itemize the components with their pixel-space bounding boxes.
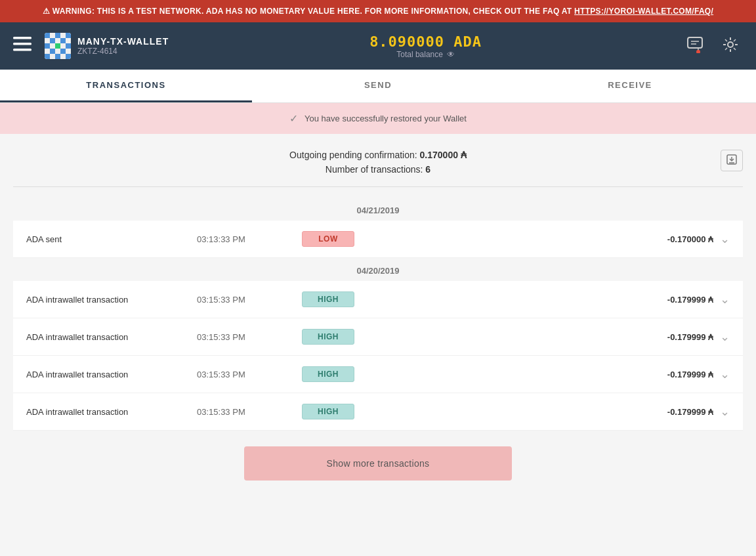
wallet-avatar xyxy=(45,33,71,59)
settings-icon[interactable] xyxy=(718,32,743,60)
svg-rect-22 xyxy=(60,49,66,54)
fee-badge: HIGH xyxy=(302,366,354,382)
date-separator-2: 04/20/2019 xyxy=(13,258,743,281)
pending-info: Outgoing pending confirmation: 0.170000 … xyxy=(13,134,743,181)
divider xyxy=(13,186,743,187)
fee-badge: HIGH xyxy=(302,291,354,307)
svg-rect-17 xyxy=(60,43,66,49)
tx-count: Number of transactions: 6 xyxy=(26,164,730,175)
svg-rect-21 xyxy=(55,49,60,54)
balance-amount: 8.090000 ADA xyxy=(169,33,682,50)
svg-rect-28 xyxy=(66,54,71,59)
svg-point-34 xyxy=(728,42,733,47)
tx-time: 03:15:33 PM xyxy=(197,295,302,305)
wallet-id: ZKTZ-4614 xyxy=(77,47,169,56)
warning-text: ⚠ WARNING: THIS IS A TEST NETWORK. ADA H… xyxy=(43,7,574,16)
table-row[interactable]: ADA intrawallet transaction 03:15:33 PM … xyxy=(13,356,743,393)
svg-line-42 xyxy=(725,48,727,50)
expand-icon[interactable]: ⌄ xyxy=(720,292,730,307)
menu-icon[interactable] xyxy=(13,37,32,55)
date-separator-1: 04/21/2019 xyxy=(13,198,743,221)
tx-badge: HIGH xyxy=(302,329,394,345)
svg-rect-9 xyxy=(45,38,50,43)
svg-rect-12 xyxy=(60,38,66,43)
export-button[interactable] xyxy=(721,150,743,171)
expand-icon[interactable]: ⌄ xyxy=(720,367,730,381)
header-center: 8.090000 ADA Total balance 👁 xyxy=(169,33,682,59)
table-row[interactable]: ADA intrawallet transaction 03:15:33 PM … xyxy=(13,393,743,431)
tx-amount: -0.179999 ₳ xyxy=(394,370,720,379)
tx-type: ADA intrawallet transaction xyxy=(26,295,197,305)
tx-time: 03:15:33 PM xyxy=(197,332,302,342)
svg-rect-25 xyxy=(50,54,55,59)
svg-rect-11 xyxy=(55,38,60,43)
svg-rect-10 xyxy=(50,38,55,43)
svg-rect-1 xyxy=(13,43,32,45)
svg-rect-8 xyxy=(66,33,71,38)
fee-badge: HIGH xyxy=(302,329,354,345)
show-more-button[interactable]: Show more transactions xyxy=(244,446,512,481)
svg-rect-27 xyxy=(60,54,66,59)
warning-link[interactable]: HTTPS://YOROI-WALLET.COM/FAQ/ xyxy=(574,7,713,16)
svg-rect-15 xyxy=(50,43,55,49)
header-left: MANY-TX-WALLET ZKTZ-4614 xyxy=(13,33,169,59)
svg-point-33 xyxy=(696,50,700,53)
tx-amount: -0.179999 ₳ xyxy=(394,332,720,342)
notifications-area xyxy=(682,32,707,60)
svg-rect-7 xyxy=(60,33,66,38)
svg-rect-20 xyxy=(50,49,55,54)
tx-time: 03:15:33 PM xyxy=(197,370,302,379)
expand-icon[interactable]: ⌄ xyxy=(720,232,730,246)
pending-text: Outgoing pending confirmation: 0.170000 … xyxy=(26,150,730,160)
wallet-name: MANY-TX-WALLET xyxy=(77,36,169,47)
table-row[interactable]: ADA intrawallet transaction 03:15:33 PM … xyxy=(13,318,743,356)
balance-label: Total balance 👁 xyxy=(169,50,682,59)
success-banner: ✓ You have successfully restored your Wa… xyxy=(0,103,756,134)
tx-time: 03:15:33 PM xyxy=(197,407,302,417)
svg-rect-4 xyxy=(45,33,50,38)
svg-line-39 xyxy=(725,39,727,41)
svg-rect-26 xyxy=(55,54,60,59)
tx-badge: HIGH xyxy=(302,291,394,307)
pending-amount: 0.170000 ₳ xyxy=(420,150,467,160)
tx-type: ADA intrawallet transaction xyxy=(26,370,197,379)
tx-type: ADA sent xyxy=(26,234,197,244)
tabs: TRANSACTIONS SEND RECEIVE xyxy=(0,70,756,103)
main-content: Outgoing pending confirmation: 0.170000 … xyxy=(0,134,756,500)
svg-rect-29 xyxy=(688,37,702,48)
notifications-icon[interactable] xyxy=(682,32,707,60)
svg-rect-18 xyxy=(66,43,71,49)
toggle-balance-icon[interactable]: 👁 xyxy=(447,50,455,59)
tab-send[interactable]: SEND xyxy=(252,70,504,102)
tab-receive[interactable]: RECEIVE xyxy=(504,70,756,102)
wallet-info: MANY-TX-WALLET ZKTZ-4614 xyxy=(77,36,169,56)
expand-icon[interactable]: ⌄ xyxy=(720,330,730,344)
svg-line-41 xyxy=(734,39,736,41)
tx-type: ADA intrawallet transaction xyxy=(26,407,197,417)
svg-rect-6 xyxy=(55,33,60,38)
checkmark-icon: ✓ xyxy=(289,112,298,125)
tx-badge: HIGH xyxy=(302,404,394,419)
svg-rect-19 xyxy=(45,49,50,54)
svg-line-40 xyxy=(734,48,736,50)
svg-rect-23 xyxy=(66,49,71,54)
tx-amount: -0.179999 ₳ xyxy=(394,407,720,417)
success-message: You have successfully restored your Wall… xyxy=(304,114,467,123)
svg-rect-16 xyxy=(55,43,60,49)
svg-rect-14 xyxy=(45,43,50,49)
fee-badge: LOW xyxy=(302,231,354,247)
tx-amount: -0.170000 ₳ xyxy=(394,234,720,244)
table-row[interactable]: ADA intrawallet transaction 03:15:33 PM … xyxy=(13,281,743,318)
expand-icon[interactable]: ⌄ xyxy=(720,404,730,419)
svg-rect-13 xyxy=(66,38,71,43)
tx-badge: LOW xyxy=(302,231,394,247)
tx-time: 03:13:33 PM xyxy=(197,234,302,244)
svg-rect-5 xyxy=(50,33,55,38)
header: MANY-TX-WALLET ZKTZ-4614 8.090000 ADA To… xyxy=(0,22,756,70)
svg-rect-2 xyxy=(13,49,32,51)
header-right xyxy=(682,32,743,60)
tx-badge: HIGH xyxy=(302,366,394,382)
tx-amount: -0.179999 ₳ xyxy=(394,295,720,305)
tab-transactions[interactable]: TRANSACTIONS xyxy=(0,70,252,102)
table-row[interactable]: ADA sent 03:13:33 PM LOW -0.170000 ₳ ⌄ xyxy=(13,221,743,258)
